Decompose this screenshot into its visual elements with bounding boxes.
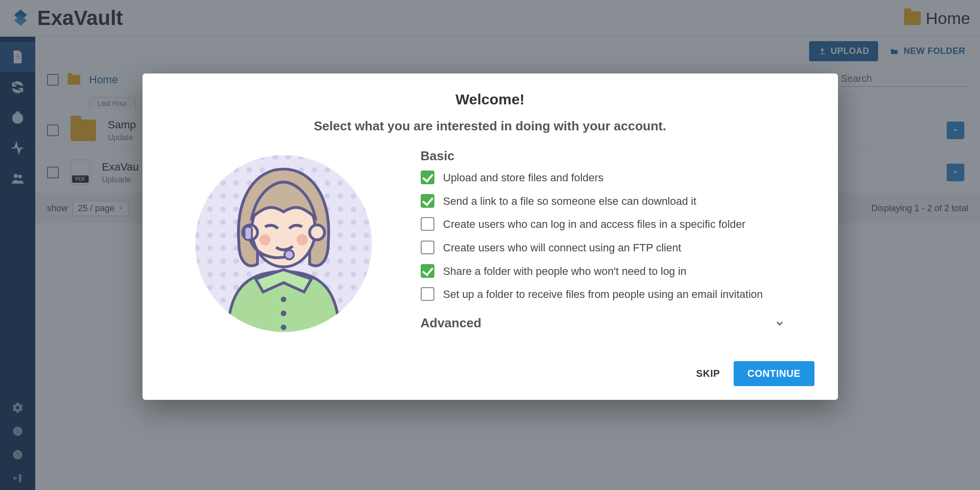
svg-point-25 xyxy=(284,250,293,259)
advanced-section-title: Advanced xyxy=(421,316,481,331)
option-checkbox[interactable] xyxy=(421,241,434,254)
modal-actions: SKIP CONTINUE xyxy=(166,361,814,386)
option-checkbox[interactable] xyxy=(421,287,434,301)
option-checkbox[interactable] xyxy=(421,194,434,208)
option-row[interactable]: Upload and store files and folders xyxy=(421,171,814,185)
option-row[interactable]: Send a link to a file so someone else ca… xyxy=(421,194,814,209)
option-label: Create users who can log in and access f… xyxy=(443,217,746,232)
svg-point-26 xyxy=(259,234,270,245)
option-row[interactable]: Create users who will connect using an F… xyxy=(421,241,814,255)
svg-point-27 xyxy=(296,234,308,245)
option-row[interactable]: Set up a folder to receive files from pe… xyxy=(421,287,814,302)
option-label: Upload and store files and folders xyxy=(443,171,604,185)
chevron-down-icon xyxy=(774,318,785,329)
option-label: Share a folder with people who won't nee… xyxy=(443,264,687,279)
skip-button[interactable]: SKIP xyxy=(696,368,720,379)
basic-section-title: Basic xyxy=(421,148,814,164)
option-row[interactable]: Create users who can log in and access f… xyxy=(421,217,814,232)
option-checkbox[interactable] xyxy=(421,264,434,278)
svg-point-20 xyxy=(281,324,286,330)
svg-point-18 xyxy=(281,296,286,302)
option-row[interactable]: Share a folder with people who won't nee… xyxy=(421,264,814,279)
modal-subtitle: Select what you are interested in doing … xyxy=(166,119,814,134)
option-label: Set up a folder to receive files from pe… xyxy=(443,287,763,302)
advanced-section-toggle[interactable]: Advanced xyxy=(421,316,814,331)
svg-point-23 xyxy=(310,225,324,240)
modal-title: Welcome! xyxy=(166,91,814,108)
option-label: Send a link to a file so someone else ca… xyxy=(443,194,696,209)
modal-overlay: Welcome! Select what you are interested … xyxy=(0,0,980,490)
option-label: Create users who will connect using an F… xyxy=(443,241,681,255)
support-avatar-icon xyxy=(191,150,377,337)
options-column: Basic Upload and store files and folders… xyxy=(421,146,814,337)
continue-button[interactable]: CONTINUE xyxy=(734,361,814,386)
welcome-illustration xyxy=(166,146,401,337)
svg-rect-24 xyxy=(244,227,252,240)
option-checkbox[interactable] xyxy=(421,171,434,184)
option-checkbox[interactable] xyxy=(421,217,434,231)
svg-point-19 xyxy=(281,311,286,316)
welcome-modal: Welcome! Select what you are interested … xyxy=(143,74,838,400)
